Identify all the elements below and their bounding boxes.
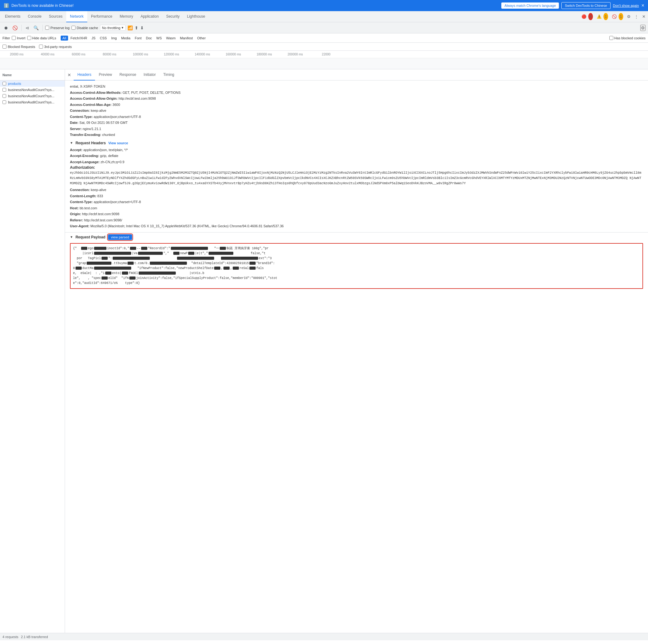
tab-network[interactable]: Network — [66, 11, 87, 22]
tab-performance[interactable]: Performance — [87, 11, 116, 22]
header-row-accept-language: Accept-Language: zh-CN,zh;q=0.9 — [70, 159, 643, 165]
download-icon[interactable]: ⬇ — [140, 26, 144, 30]
header-value-auth: eyJhbGciOiJSUzI1NiJ9.eyJpc3MiOiJzZiIsImp… — [70, 170, 643, 186]
filter-type-img[interactable]: Img — [109, 36, 118, 41]
tab-application[interactable]: Application — [137, 11, 162, 22]
tab-lighthouse[interactable]: Lighthouse — [183, 11, 209, 22]
header-row-max-age: Access-Control-Max-Age: 3600 — [70, 102, 643, 107]
request-headers-toggle[interactable]: ▼ — [70, 141, 73, 145]
third-party-checkbox[interactable]: 3rd-party requests — [39, 45, 72, 49]
header-name-transfer: Transfer-Encoding: — [70, 132, 102, 138]
header-row-content-type-1: Content-Type: application/json;charset=U… — [70, 114, 643, 119]
detail-close-button[interactable]: ✕ — [67, 72, 71, 78]
switch-devtools-button[interactable]: Switch DevTools to Chinese — [561, 2, 610, 9]
match-language-button[interactable]: Always match Chrome's language — [501, 2, 559, 9]
error-count: 4 — [588, 13, 593, 20]
close-devtools-icon[interactable]: ✕ — [641, 13, 647, 20]
disable-cache-checkbox[interactable]: Disable cache — [71, 26, 98, 30]
file-checkbox-business-2[interactable] — [2, 94, 6, 98]
tab-sources[interactable]: Sources — [45, 11, 66, 22]
upload-icon[interactable]: ⬆ — [134, 26, 138, 30]
file-checkbox-business-3[interactable] — [2, 100, 6, 104]
filter-type-css[interactable]: CSS — [98, 36, 109, 41]
header-value-referer: http://ecbf.test.com:9098/ — [84, 218, 122, 223]
tab-memory[interactable]: Memory — [116, 11, 137, 22]
file-item-business-2[interactable]: businessNonAuditCount?sys... — [0, 93, 65, 99]
tab-elements[interactable]: Elements — [1, 11, 24, 22]
file-checkbox-products[interactable] — [2, 82, 6, 86]
preserve-log-checkbox[interactable]: Preserve log — [45, 26, 70, 30]
header-row-connection-2: Connection: keep-alive — [70, 187, 643, 193]
file-checkbox-business-1[interactable] — [2, 88, 6, 92]
settings-icon[interactable]: ⚙ — [626, 13, 632, 20]
header-row-referer: Referer: http://ecbf.test.com:9098/ — [70, 218, 643, 223]
header-name-server: Server: — [70, 126, 83, 132]
filter-type-js[interactable]: JS — [90, 36, 98, 41]
payload-toggle[interactable]: ▼ — [70, 235, 73, 239]
filter-type-fetchxhr[interactable]: Fetch/XHR — [69, 36, 89, 41]
invert-label: Invert — [17, 36, 25, 40]
hide-data-urls-input[interactable] — [27, 36, 31, 40]
request-count: 4 requests — [2, 635, 18, 639]
blocked-requests-checkbox[interactable]: Blocked Requests — [2, 45, 35, 49]
detail-tab-response[interactable]: Response — [116, 69, 140, 81]
timeline: 20000 ms 40000 ms 60000 ms 80000 ms 1000… — [0, 51, 648, 69]
filter-type-other[interactable]: Other — [195, 36, 208, 41]
record-button[interactable]: ⏺ — [2, 24, 9, 32]
payload-line-5: 0ductMa "ifNewProduct":false,"newProduct… — [73, 266, 640, 271]
blocked-requests-input[interactable] — [2, 45, 6, 49]
disable-cache-input[interactable] — [71, 26, 75, 30]
filter-type-manifest[interactable]: Manifest — [178, 36, 195, 41]
filter-type-wasm[interactable]: Wasm — [164, 36, 178, 41]
tab-console[interactable]: Console — [24, 11, 45, 22]
hide-data-urls-checkbox[interactable]: Hide data URLs — [27, 36, 56, 40]
file-item-products[interactable]: products — [0, 81, 65, 87]
header-row-origin: Origin: http://ecbf.test.com:9098 — [70, 211, 643, 217]
tab-security[interactable]: Security — [162, 11, 183, 22]
invert-checkbox[interactable]: Invert — [12, 36, 25, 40]
filter-type-all[interactable]: All — [61, 36, 68, 41]
more-icon[interactable]: ⋮ — [633, 13, 640, 20]
detail-tab-preview[interactable]: Preview — [95, 69, 116, 81]
dismiss-button[interactable]: Don't show again — [613, 4, 639, 7]
throttle-select[interactable]: No throttling ▾ — [100, 25, 126, 31]
payload-line-8: e":0,"auditId":649671/o% type":0} — [73, 281, 640, 286]
header-value-content-type-2: application/json;charset=UTF-8 — [94, 199, 141, 205]
invert-input[interactable] — [12, 36, 16, 40]
clear-button[interactable]: 🚫 — [11, 24, 19, 32]
header-name-connection-2: Connection: — [70, 187, 91, 193]
filter-type-doc[interactable]: Doc — [144, 36, 154, 41]
view-parsed-button[interactable]: view parsed — [108, 234, 132, 240]
search-icon[interactable]: 🔍 — [32, 24, 40, 32]
detail-tab-headers[interactable]: Headers — [74, 69, 95, 81]
blocked-cookies-input[interactable] — [609, 36, 613, 40]
timeline-bars[interactable] — [0, 58, 648, 69]
blocked-requests-label: Blocked Requests — [8, 45, 35, 49]
main-tab-bar: Elements Console Sources Network Perform… — [0, 11, 648, 22]
filter-type-media[interactable]: Media — [119, 36, 132, 41]
wifi-icon[interactable]: 📶 — [127, 26, 133, 30]
filter-type-ws[interactable]: WS — [154, 36, 164, 41]
payload-line-2: |icUrl|Va"," newP|e|t"," false,"t — [73, 251, 640, 256]
detail-tab-initiator[interactable]: Initiator — [140, 69, 159, 81]
ruler-mark-10: 200000 ms — [280, 53, 311, 56]
view-source-link[interactable]: View source — [108, 141, 128, 145]
filter-icon[interactable]: ⊲ — [24, 24, 30, 32]
detail-tab-timing[interactable]: Timing — [159, 69, 178, 81]
file-item-business-1[interactable]: businessNonAuditCount?sys... — [0, 87, 65, 93]
banner-close-button[interactable]: × — [642, 3, 644, 8]
third-party-input[interactable] — [39, 45, 43, 49]
header-row-host: Host: bb.test.com — [70, 206, 643, 211]
filter-bar: Filter Invert Hide data URLs All Fetch/X… — [0, 34, 648, 43]
preserve-log-input[interactable] — [45, 26, 49, 30]
blocked-cookies-checkbox[interactable]: Has blocked cookies — [609, 36, 646, 40]
payload-line-6: e, eSale| : ,"iento|fNOEl |stVis.b — [73, 271, 640, 276]
file-item-business-3[interactable]: businessNonAuditCount?sys... — [0, 99, 65, 105]
header-row-allow-origin: Access-Control-Allow-Origin: http://ecbf… — [70, 96, 643, 101]
filter-type-font[interactable]: Font — [133, 36, 143, 41]
header-row-auth: Authorization: eyJhbGciOiJSUzI1NiJ9.eyJp… — [70, 165, 643, 186]
header-value-xsrf: ential, X-XSRF-TOKEN — [70, 84, 105, 89]
network-settings-button[interactable]: ⚙ — [640, 25, 646, 31]
name-column-label: Name — [2, 73, 12, 77]
toolbar-divider-2 — [42, 25, 43, 31]
